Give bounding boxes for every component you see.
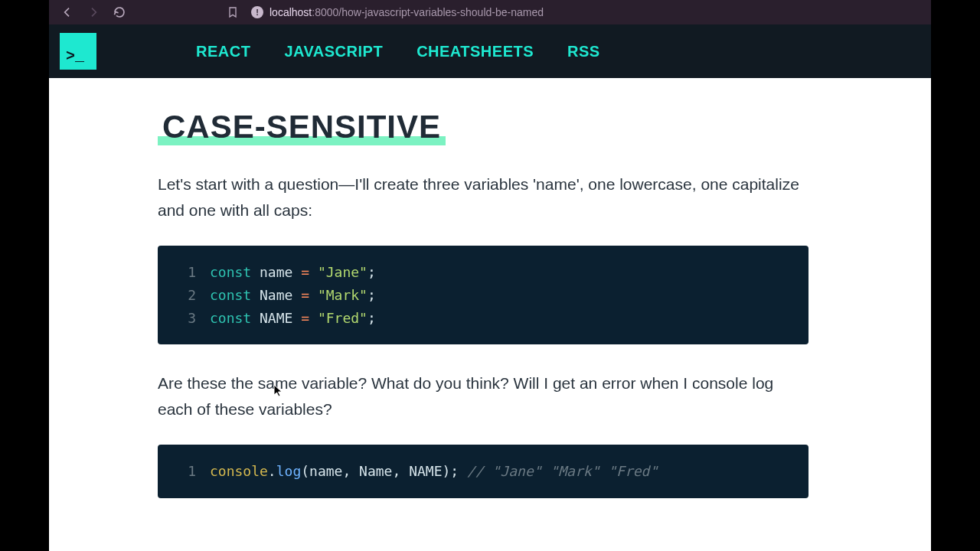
- page-viewport: >_ REACT JAVASCRIPT CHEATSHEETS RSS CASE…: [49, 24, 931, 551]
- browser-toolbar: ! localhost:8000/how-javascript-variable…: [49, 0, 931, 24]
- code-line: 1console.log(name, Name, NAME); // "Jane…: [175, 460, 792, 483]
- article-content: CASE-SENSITIVE Let's start with a questi…: [158, 78, 808, 498]
- site-header: >_ REACT JAVASCRIPT CHEATSHEETS RSS: [49, 24, 931, 78]
- primary-nav: REACT JAVASCRIPT CHEATSHEETS RSS: [196, 43, 600, 60]
- site-info-icon[interactable]: !: [251, 6, 263, 18]
- nav-link-rss[interactable]: RSS: [567, 43, 600, 60]
- nav-link-javascript[interactable]: JAVASCRIPT: [284, 43, 383, 60]
- code-block-1: 1const name = "Jane"; 2const Name = "Mar…: [158, 246, 808, 344]
- section-heading: CASE-SENSITIVE: [158, 109, 446, 145]
- url-host: localhost: [270, 6, 312, 18]
- code-line: 1const name = "Jane";: [175, 261, 792, 284]
- code-line: 2const Name = "Mark";: [175, 284, 792, 307]
- nav-link-cheatsheets[interactable]: CHEATSHEETS: [416, 43, 534, 60]
- reload-button[interactable]: [112, 5, 127, 20]
- bookmark-button[interactable]: [225, 5, 240, 20]
- code-line: 3const NAME = "Fred";: [175, 307, 792, 330]
- back-button[interactable]: [60, 5, 75, 20]
- nav-link-react[interactable]: REACT: [196, 43, 250, 60]
- url-path: /how-javascript-variables-should-be-name…: [338, 6, 544, 18]
- url-port: :8000: [312, 6, 338, 18]
- forward-button[interactable]: [86, 5, 101, 20]
- site-logo[interactable]: >_: [60, 33, 96, 70]
- paragraph-2: Are these the same variable? What do you…: [158, 370, 808, 422]
- paragraph-1: Let's start with a question—I'll create …: [158, 171, 808, 223]
- code-block-2: 1console.log(name, Name, NAME); // "Jane…: [158, 445, 808, 498]
- address-bar[interactable]: ! localhost:8000/how-javascript-variable…: [251, 6, 544, 18]
